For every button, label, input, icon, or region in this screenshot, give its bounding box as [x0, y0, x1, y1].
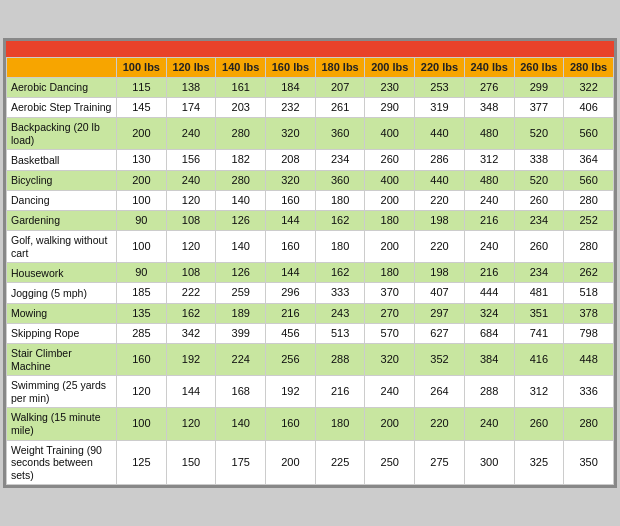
- value-cell-1-9: 406: [564, 97, 614, 117]
- value-cell-5-3: 160: [266, 190, 316, 210]
- value-cell-4-3: 320: [266, 170, 316, 190]
- value-cell-3-4: 234: [315, 150, 365, 170]
- value-cell-4-7: 480: [464, 170, 514, 190]
- table-row: Mowing135162189216243270297324351378: [7, 303, 614, 323]
- value-cell-15-5: 250: [365, 440, 415, 485]
- value-cell-11-5: 570: [365, 323, 415, 343]
- value-cell-13-9: 336: [564, 376, 614, 408]
- value-cell-9-2: 259: [216, 283, 266, 303]
- value-cell-15-4: 225: [315, 440, 365, 485]
- value-cell-4-8: 520: [514, 170, 564, 190]
- value-cell-13-3: 192: [266, 376, 316, 408]
- value-cell-8-9: 262: [564, 263, 614, 283]
- value-cell-8-0: 90: [117, 263, 167, 283]
- value-cell-11-2: 399: [216, 323, 266, 343]
- value-cell-12-1: 192: [166, 344, 216, 376]
- activity-cell-0: Aerobic Dancing: [7, 77, 117, 97]
- value-cell-7-0: 100: [117, 231, 167, 263]
- value-cell-4-0: 200: [117, 170, 167, 190]
- value-cell-10-4: 243: [315, 303, 365, 323]
- value-cell-1-4: 261: [315, 97, 365, 117]
- value-cell-0-3: 184: [266, 77, 316, 97]
- value-cell-2-1: 240: [166, 118, 216, 150]
- value-cell-5-8: 260: [514, 190, 564, 210]
- value-cell-14-3: 160: [266, 408, 316, 440]
- value-cell-12-7: 384: [464, 344, 514, 376]
- value-cell-3-2: 182: [216, 150, 266, 170]
- value-cell-0-9: 322: [564, 77, 614, 97]
- header-row: 100 lbs120 lbs140 lbs160 lbs180 lbs200 l…: [7, 57, 614, 77]
- value-cell-14-8: 260: [514, 408, 564, 440]
- weight-col-3: 160 lbs: [266, 57, 316, 77]
- value-cell-15-1: 150: [166, 440, 216, 485]
- value-cell-11-7: 684: [464, 323, 514, 343]
- table-row: Walking (15 minute mile)1001201401601802…: [7, 408, 614, 440]
- value-cell-0-5: 230: [365, 77, 415, 97]
- value-cell-15-6: 275: [415, 440, 465, 485]
- activity-cell-6: Gardening: [7, 210, 117, 230]
- value-cell-14-0: 100: [117, 408, 167, 440]
- value-cell-14-5: 200: [365, 408, 415, 440]
- value-cell-10-6: 297: [415, 303, 465, 323]
- value-cell-9-4: 333: [315, 283, 365, 303]
- value-cell-4-9: 560: [564, 170, 614, 190]
- value-cell-9-3: 296: [266, 283, 316, 303]
- value-cell-9-6: 407: [415, 283, 465, 303]
- table-row: Housework90108126144162180198216234262: [7, 263, 614, 283]
- value-cell-3-8: 338: [514, 150, 564, 170]
- value-cell-3-6: 286: [415, 150, 465, 170]
- value-cell-0-7: 276: [464, 77, 514, 97]
- value-cell-0-6: 253: [415, 77, 465, 97]
- value-cell-8-6: 198: [415, 263, 465, 283]
- value-cell-8-5: 180: [365, 263, 415, 283]
- value-cell-0-2: 161: [216, 77, 266, 97]
- value-cell-15-3: 200: [266, 440, 316, 485]
- value-cell-6-6: 198: [415, 210, 465, 230]
- value-cell-2-7: 480: [464, 118, 514, 150]
- value-cell-2-8: 520: [514, 118, 564, 150]
- value-cell-10-7: 324: [464, 303, 514, 323]
- value-cell-8-8: 234: [514, 263, 564, 283]
- value-cell-2-5: 400: [365, 118, 415, 150]
- value-cell-4-2: 280: [216, 170, 266, 190]
- activity-cell-10: Mowing: [7, 303, 117, 323]
- value-cell-9-1: 222: [166, 283, 216, 303]
- value-cell-7-1: 120: [166, 231, 216, 263]
- value-cell-3-9: 364: [564, 150, 614, 170]
- value-cell-5-2: 140: [216, 190, 266, 210]
- value-cell-5-6: 220: [415, 190, 465, 210]
- value-cell-8-4: 162: [315, 263, 365, 283]
- activity-cell-14: Walking (15 minute mile): [7, 408, 117, 440]
- value-cell-7-4: 180: [315, 231, 365, 263]
- weight-col-5: 200 lbs: [365, 57, 415, 77]
- value-cell-7-2: 140: [216, 231, 266, 263]
- value-cell-12-3: 256: [266, 344, 316, 376]
- value-cell-11-6: 627: [415, 323, 465, 343]
- value-cell-15-0: 125: [117, 440, 167, 485]
- value-cell-2-3: 320: [266, 118, 316, 150]
- value-cell-9-9: 518: [564, 283, 614, 303]
- value-cell-8-2: 126: [216, 263, 266, 283]
- value-cell-11-0: 285: [117, 323, 167, 343]
- value-cell-15-2: 175: [216, 440, 266, 485]
- table-row: Jogging (5 mph)1852222592963333704074444…: [7, 283, 614, 303]
- value-cell-6-9: 252: [564, 210, 614, 230]
- value-cell-1-6: 319: [415, 97, 465, 117]
- activity-cell-13: Swimming (25 yards per min): [7, 376, 117, 408]
- value-cell-3-5: 260: [365, 150, 415, 170]
- value-cell-11-3: 456: [266, 323, 316, 343]
- activity-col-header: [7, 57, 117, 77]
- value-cell-1-5: 290: [365, 97, 415, 117]
- weight-col-8: 260 lbs: [514, 57, 564, 77]
- value-cell-11-4: 513: [315, 323, 365, 343]
- table-row: Bicycling200240280320360400440480520560: [7, 170, 614, 190]
- value-cell-11-9: 798: [564, 323, 614, 343]
- value-cell-10-8: 351: [514, 303, 564, 323]
- calories-table-container: 100 lbs120 lbs140 lbs160 lbs180 lbs200 l…: [3, 38, 617, 489]
- value-cell-2-6: 440: [415, 118, 465, 150]
- calories-table: 100 lbs120 lbs140 lbs160 lbs180 lbs200 l…: [6, 57, 614, 486]
- value-cell-12-5: 320: [365, 344, 415, 376]
- activity-cell-12: Stair Climber Machine: [7, 344, 117, 376]
- value-cell-6-0: 90: [117, 210, 167, 230]
- weight-col-1: 120 lbs: [166, 57, 216, 77]
